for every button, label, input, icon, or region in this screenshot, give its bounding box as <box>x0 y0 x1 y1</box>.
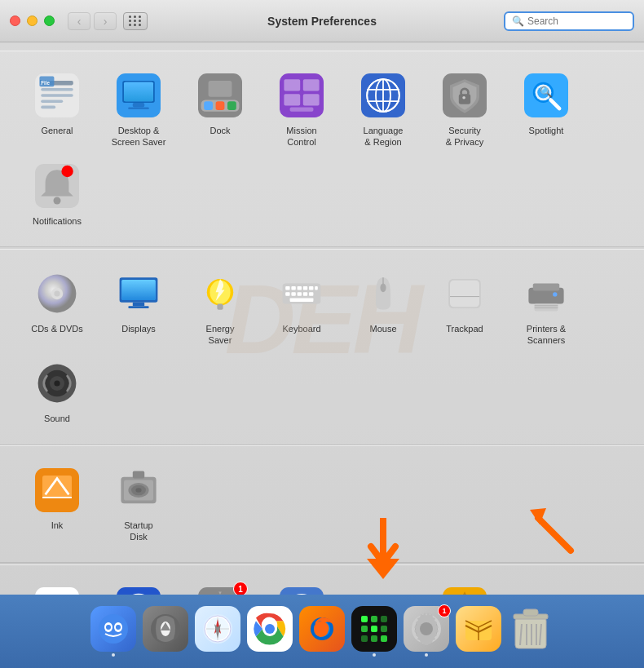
forward-button[interactable]: › <box>94 12 117 30</box>
svg-rect-163 <box>381 626 387 632</box>
dock-firefox[interactable] <box>299 606 345 657</box>
mouse-label: Mouse <box>369 323 396 334</box>
svg-text:🔍: 🔍 <box>540 86 553 99</box>
svg-rect-75 <box>450 281 479 307</box>
svg-rect-2 <box>41 88 73 91</box>
security-icon-wrapper <box>440 71 489 120</box>
svg-rect-53 <box>133 303 144 307</box>
pref-general[interactable]: File File General <box>16 64 98 155</box>
svg-point-94 <box>135 488 141 492</box>
desktop-icon <box>117 73 161 117</box>
dock-label: Dock <box>210 125 230 136</box>
svg-rect-66 <box>285 292 289 296</box>
spotlight-icon: 🔍 <box>524 73 568 117</box>
svg-rect-23 <box>303 79 320 91</box>
svg-point-73 <box>380 283 386 292</box>
svg-rect-160 <box>381 616 387 622</box>
close-button[interactable] <box>10 15 20 26</box>
pref-internet-accounts[interactable]: @ InternetAccounts <box>98 578 179 595</box>
keyboard-icon-wrapper <box>277 269 326 318</box>
spotlight-icon-wrapper: 🔍 <box>522 71 571 120</box>
cds-label: CDs & DVDs <box>31 323 83 334</box>
internet-accounts-icon: @ <box>117 587 161 595</box>
sound-icon <box>35 361 79 405</box>
svg-rect-19 <box>227 101 236 110</box>
pref-icloud[interactable]: iCloud <box>16 578 98 595</box>
minimize-button[interactable] <box>27 15 37 26</box>
network-icon <box>280 587 324 595</box>
security-icon <box>443 73 487 117</box>
pref-spotlight[interactable]: 🔍 Spotlight <box>505 64 587 155</box>
pref-trackpad[interactable]: Trackpad <box>424 263 505 353</box>
finder-dot <box>112 653 115 657</box>
pref-startup[interactable]: StartupDisk <box>98 459 179 550</box>
svg-rect-12 <box>133 103 144 107</box>
svg-rect-95 <box>133 471 144 478</box>
pref-security[interactable]: Security& Privacy <box>424 64 505 155</box>
desktop-icon-wrapper <box>114 71 163 120</box>
finder-icon <box>90 606 136 652</box>
svg-rect-71 <box>290 298 314 302</box>
dock-sysprefs[interactable]: 1 <box>404 606 449 657</box>
pref-desktop[interactable]: Desktop &Screen Saver <box>98 64 179 155</box>
svg-rect-166 <box>381 635 387 642</box>
dock-safari[interactable] <box>195 606 240 657</box>
back-button[interactable]: ‹ <box>68 12 90 30</box>
pref-printers[interactable]: Printers &Scanners <box>505 263 587 353</box>
cds-icon <box>35 272 79 316</box>
pref-ink[interactable]: Ink <box>16 459 98 550</box>
search-icon: 🔍 <box>512 15 524 27</box>
dock-chrome[interactable] <box>247 606 293 657</box>
search-input[interactable] <box>527 15 625 27</box>
pref-energy[interactable]: EnergySaver <box>179 263 261 353</box>
pref-network[interactable]: Network <box>261 578 342 595</box>
svg-point-137 <box>99 614 128 644</box>
dock-finder[interactable] <box>90 606 136 657</box>
svg-rect-68 <box>298 292 302 296</box>
svg-rect-58 <box>217 303 223 309</box>
svg-point-154 <box>265 624 275 634</box>
chevron-right-icon: › <box>104 15 108 28</box>
svg-rect-67 <box>291 292 295 296</box>
pref-extensions[interactable]: Extensions <box>342 578 424 595</box>
svg-rect-4 <box>41 100 63 103</box>
svg-rect-25 <box>303 94 320 105</box>
svg-rect-65 <box>315 286 318 290</box>
internet-accounts-icon-wrapper: @ <box>114 585 163 595</box>
dock-launchpad[interactable] <box>143 606 188 657</box>
svg-rect-22 <box>284 79 300 91</box>
desktop-label: Desktop &Screen Saver <box>112 125 166 148</box>
pref-software-update[interactable]: 1 SoftwareUpdate <box>179 578 261 595</box>
svg-point-45 <box>54 197 61 204</box>
svg-rect-3 <box>41 94 73 97</box>
icloud-icon <box>35 587 79 595</box>
dock-tes[interactable] <box>456 606 501 657</box>
pref-dock[interactable]: Dock <box>179 64 261 155</box>
svg-rect-81 <box>535 307 558 308</box>
pref-displays[interactable]: Displays <box>98 263 179 353</box>
svg-rect-164 <box>361 635 368 642</box>
pref-sharing[interactable]: Sharing <box>424 578 505 595</box>
pref-keyboard[interactable]: Keyboard <box>261 263 342 353</box>
dock-pixelmator[interactable] <box>351 606 397 657</box>
sysprefs-dock-icon: 1 <box>404 606 449 652</box>
pref-language[interactable]: Language& Region <box>342 64 424 155</box>
pref-mission[interactable]: MissionControl <box>261 64 342 155</box>
svg-rect-159 <box>371 616 377 622</box>
svg-rect-18 <box>216 101 225 110</box>
mouse-icon-wrapper <box>359 269 408 318</box>
chrome-icon <box>247 606 293 652</box>
keyboard-label: Keyboard <box>282 323 320 334</box>
grid-icon <box>129 15 142 26</box>
pref-mouse[interactable]: Mouse <box>342 263 424 353</box>
launchpad-icon <box>143 606 188 652</box>
extensions-icon <box>361 587 405 595</box>
pref-sound[interactable]: Sound <box>16 352 98 431</box>
grid-view-button[interactable] <box>123 12 148 30</box>
pref-cds[interactable]: CDs & DVDs <box>16 263 98 353</box>
pref-notifications[interactable]: Notifications <box>16 155 98 233</box>
maximize-button[interactable] <box>44 15 55 26</box>
dock-trash[interactable] <box>508 606 554 657</box>
security-label: Security& Privacy <box>446 125 483 148</box>
printers-label: Printers &Scanners <box>527 323 566 347</box>
